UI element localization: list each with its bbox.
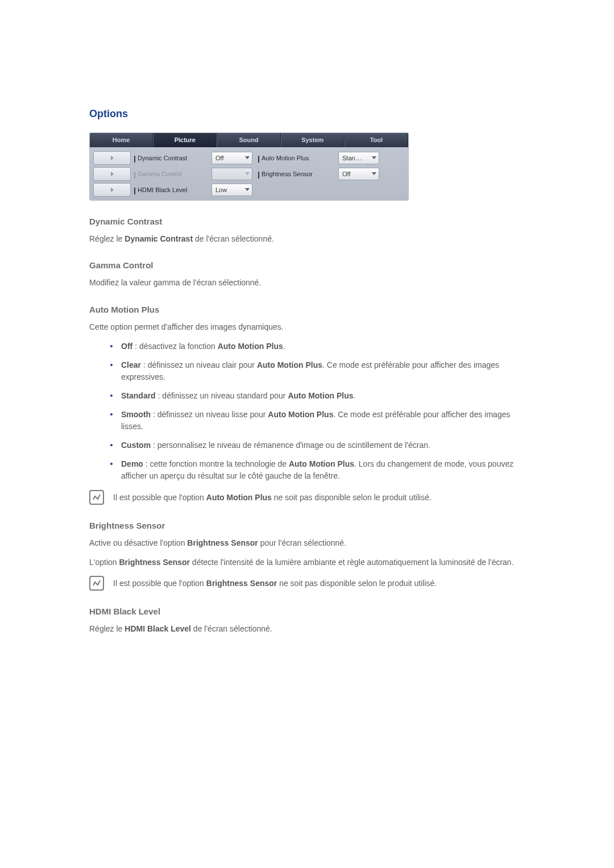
tab-picture[interactable]: Picture	[153, 133, 217, 147]
brightness-sensor-select[interactable]: Off	[338, 168, 379, 180]
list-item: Standard : définissez un niveau standard…	[89, 390, 526, 402]
dynamic-contrast-select[interactable]: Off	[211, 152, 252, 164]
gamma-control-text: Modifiez la valeur gamma de l'écran séle…	[89, 277, 526, 288]
note-text: Il est possible que l'option Auto Motion…	[113, 492, 432, 503]
field-label: Auto Motion Plus	[259, 155, 338, 161]
list-item: Custom : personnalisez le niveau de réma…	[89, 439, 526, 451]
settings-panel: Home Picture Sound System Tool Dynamic C…	[89, 132, 409, 201]
dynamic-contrast-heading: Dynamic Contrast	[89, 217, 526, 226]
row-expand-button[interactable]	[93, 167, 131, 181]
tab-system[interactable]: System	[281, 133, 345, 147]
row-expand-button[interactable]	[93, 183, 131, 197]
hdmi-black-level-heading: HDMI Black Level	[89, 607, 526, 616]
note-text: Il est possible que l'option Brightness …	[113, 578, 437, 589]
dynamic-contrast-text: Réglez le Dynamic Contrast de l'écran sé…	[89, 233, 526, 244]
field-label: HDMI Black Level	[135, 186, 211, 193]
panel-tabs: Home Picture Sound System Tool	[90, 133, 408, 147]
caret-down-icon	[245, 156, 250, 159]
chevron-right-icon	[111, 156, 114, 160]
field-label: Gamma Control	[135, 171, 211, 177]
tab-tool[interactable]: Tool	[345, 133, 408, 147]
chevron-right-icon	[111, 172, 114, 176]
auto-motion-plus-select[interactable]: Stan…	[338, 152, 379, 164]
brightness-sensor-text-2: L'option Brightness Sensor détecte l'int…	[89, 556, 526, 568]
note: Il est possible que l'option Brightness …	[89, 576, 526, 591]
auto-motion-plus-list: Off : désactivez la fonction Auto Motion…	[89, 340, 526, 482]
chevron-right-icon	[111, 188, 114, 192]
panel-row: HDMI Black Level Low	[93, 182, 405, 197]
panel-row: Gamma Control Brightness Sensor Off	[93, 167, 405, 181]
caret-down-icon	[245, 188, 250, 191]
panel-row: Dynamic Contrast Off Auto Motion Plus St…	[93, 151, 405, 165]
note: Il est possible que l'option Auto Motion…	[89, 490, 526, 505]
tab-home[interactable]: Home	[90, 133, 153, 147]
panel-body: Dynamic Contrast Off Auto Motion Plus St…	[90, 147, 408, 200]
gamma-control-heading: Gamma Control	[89, 260, 526, 270]
brightness-sensor-heading: Brightness Sensor	[89, 521, 526, 530]
caret-down-icon	[372, 172, 376, 175]
note-icon	[89, 576, 104, 591]
list-item: Smooth : définissez un niveau lisse pour…	[89, 409, 526, 433]
note-icon	[89, 490, 104, 505]
list-item: Clear : définissez un niveau clair pour …	[89, 359, 526, 383]
hdmi-black-level-select[interactable]: Low	[211, 184, 252, 196]
tab-sound[interactable]: Sound	[217, 133, 280, 147]
field-label: Brightness Sensor	[259, 171, 338, 177]
auto-motion-plus-text: Cette option permet d'afficher des image…	[89, 321, 526, 333]
auto-motion-plus-heading: Auto Motion Plus	[89, 305, 526, 314]
row-expand-button[interactable]	[93, 151, 131, 165]
section-title: Options	[89, 108, 526, 120]
field-label: Dynamic Contrast	[135, 155, 211, 161]
list-item: Demo : cette fonction montre la technolo…	[89, 458, 526, 482]
list-item: Off : désactivez la fonction Auto Motion…	[89, 340, 526, 352]
brightness-sensor-text-1: Active ou désactive l'option Brightness …	[89, 537, 526, 549]
caret-down-icon	[245, 172, 250, 175]
hdmi-black-level-text: Réglez le HDMI Black Level de l'écran sé…	[89, 623, 526, 634]
caret-down-icon	[372, 156, 376, 159]
gamma-control-select	[211, 168, 252, 180]
